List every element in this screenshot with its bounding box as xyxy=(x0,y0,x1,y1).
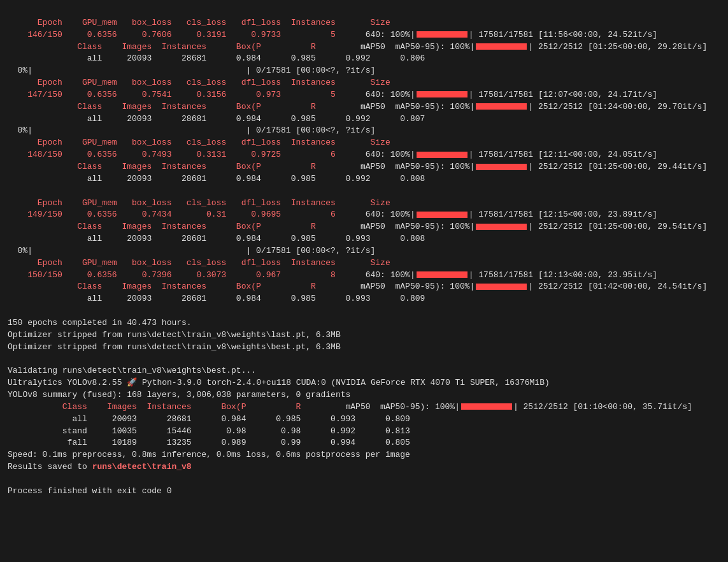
all-147-line: all 20093 28681 0.984 0.985 0.992 0.807 xyxy=(8,114,425,124)
header-line-5: Epoch GPU_mem box_loss cls_loss dfl_loss… xyxy=(8,258,390,268)
class-148-line: Class Images Instances Box(P R xyxy=(8,162,346,171)
progress-640-146: 640: 100%|| 17581/17581 [11:56<00:00, 24… xyxy=(366,30,657,40)
class-146-line: Class Images Instances Box(P R xyxy=(8,42,346,52)
results-line: Results saved to runs\detect\train_v8 xyxy=(8,462,192,472)
val-all-line: all 20093 28681 0.984 0.985 0.993 0.809 xyxy=(8,414,410,424)
all-148-line: all 20093 28681 0.984 0.985 0.992 0.808 xyxy=(8,174,425,184)
val-stand-line: stand 10035 15446 0.98 0.98 0.992 0.813 xyxy=(8,426,410,436)
blank-4 xyxy=(8,474,13,484)
blank-1 xyxy=(8,186,13,196)
zero-2-line: 0%| | 0/17581 [00:00<?, ?it/s] xyxy=(8,126,375,135)
header-line-3: Epoch GPU_mem box_loss cls_loss dfl_loss… xyxy=(8,138,390,147)
epoch-150-line: 150/150 0.6356 0.7396 0.3073 0.967 8 xyxy=(8,270,366,280)
epoch-147-line: 147/150 0.6356 0.7541 0.3156 0.973 5 xyxy=(8,90,366,99)
epoch-149-line: 149/150 0.6356 0.7434 0.31 0.9695 6 xyxy=(8,210,366,219)
zero-3-line: 0%| | 0/17581 [00:00<?, ?it/s] xyxy=(8,246,375,256)
blank-2 xyxy=(8,306,13,315)
class-147-line: Class Images Instances Box(P R xyxy=(8,102,346,112)
header-line-2: Epoch GPU_mem box_loss cls_loss dfl_loss… xyxy=(8,78,390,87)
results-path: runs\detect\train_v8 xyxy=(92,462,192,472)
epochs-summary: 150 epochs completed in 40.473 hours. xyxy=(8,318,192,328)
all-146-line: all 20093 28681 0.984 0.985 0.992 0.806 xyxy=(8,54,425,63)
all-150-line: all 20093 28681 0.984 0.985 0.993 0.809 xyxy=(8,294,425,303)
class-149-line: Class Images Instances Box(P R xyxy=(8,222,346,231)
header-line-1: Epoch GPU_mem box_loss cls_loss dfl_loss… xyxy=(8,18,390,27)
optimizer-best: Optimizer stripped from runs\detect\trai… xyxy=(8,342,341,352)
val-class-header-line: Class Images Instances Box(P R xyxy=(8,402,331,412)
class-150-line: Class Images Instances Box(P R xyxy=(8,282,346,291)
speed-line: Speed: 0.1ms preprocess, 0.8ms inference… xyxy=(8,450,410,459)
validating-line: Validating runs\detect\train_v8\weights\… xyxy=(8,366,256,375)
blank-3 xyxy=(8,354,13,363)
val-fall-line: fall 10189 13235 0.989 0.99 0.994 0.805 xyxy=(8,438,410,447)
all-149-line: all 20093 28681 0.984 0.985 0.993 0.808 xyxy=(8,234,425,243)
zero-1-line: 0%| | 0/17581 [00:00<?, ?it/s] xyxy=(8,66,375,75)
epoch-148-line: 148/150 0.6356 0.7493 0.3131 0.9725 6 xyxy=(8,150,366,159)
yolo-summary-line: YOLOv8 summary (fused): 168 layers, 3,00… xyxy=(8,390,350,400)
ultralytics-line: Ultralytics YOLOv8.2.55 🚀 Python-3.9.0 t… xyxy=(8,378,550,387)
exit-line: Process finished with exit code 0 xyxy=(8,486,171,496)
optimizer-last: Optimizer stripped from runs\detect\trai… xyxy=(8,330,341,340)
terminal-output: Epoch GPU_mem box_loss cls_loss dfl_loss… xyxy=(8,5,720,498)
epoch-146-line: 146/150 0.6356 0.7606 0.3191 0.9733 5 xyxy=(8,30,366,40)
header-line-4: Epoch GPU_mem box_loss cls_loss dfl_loss… xyxy=(8,198,390,208)
